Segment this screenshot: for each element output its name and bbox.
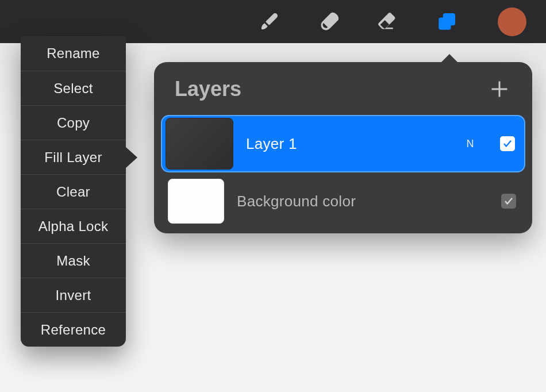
smudge-tool[interactable]: [314, 8, 342, 36]
visibility-checkbox[interactable]: [501, 194, 516, 209]
layers-panel-header: Layers: [161, 72, 525, 112]
check-icon: [502, 139, 513, 149]
layers-panel: Layers Layer 1 N Background color: [154, 62, 532, 233]
add-layer-button[interactable]: [487, 77, 512, 101]
layer-row-selected[interactable]: Layer 1 N: [161, 115, 525, 172]
layer-context-menu: Rename Select Copy Fill Layer Clear Alph…: [21, 36, 126, 347]
ctx-select[interactable]: Select: [21, 71, 126, 105]
layer-name-label: Layer 1: [246, 135, 451, 153]
svg-rect-1: [443, 13, 455, 25]
smudge-icon: [317, 10, 340, 33]
brush-tool[interactable]: [255, 8, 283, 36]
layer-thumbnail: [166, 118, 233, 170]
ctx-reference[interactable]: Reference: [21, 312, 126, 347]
ctx-rename[interactable]: Rename: [21, 36, 126, 71]
ctx-mask[interactable]: Mask: [21, 243, 126, 278]
layers-icon: [435, 10, 458, 33]
ctx-copy[interactable]: Copy: [21, 105, 126, 140]
ctx-fill-layer[interactable]: Fill Layer: [21, 140, 126, 174]
ctx-alpha-lock[interactable]: Alpha Lock: [21, 209, 126, 243]
eraser-icon: [376, 10, 399, 33]
layer-row-background[interactable]: Background color: [161, 176, 525, 226]
eraser-tool[interactable]: [374, 8, 401, 36]
visibility-checkbox[interactable]: [500, 136, 515, 151]
color-swatch[interactable]: [498, 7, 526, 36]
ctx-invert[interactable]: Invert: [21, 278, 126, 312]
brush-icon: [257, 10, 280, 33]
layers-panel-title: Layers: [175, 77, 241, 101]
ctx-clear[interactable]: Clear: [21, 174, 126, 209]
layers-tool[interactable]: [433, 8, 460, 36]
layer-name-label: Background color: [237, 193, 478, 210]
blend-mode-indicator[interactable]: N: [463, 138, 477, 150]
layer-thumbnail: [168, 179, 224, 224]
check-icon: [503, 196, 514, 206]
plus-icon: [489, 79, 510, 99]
